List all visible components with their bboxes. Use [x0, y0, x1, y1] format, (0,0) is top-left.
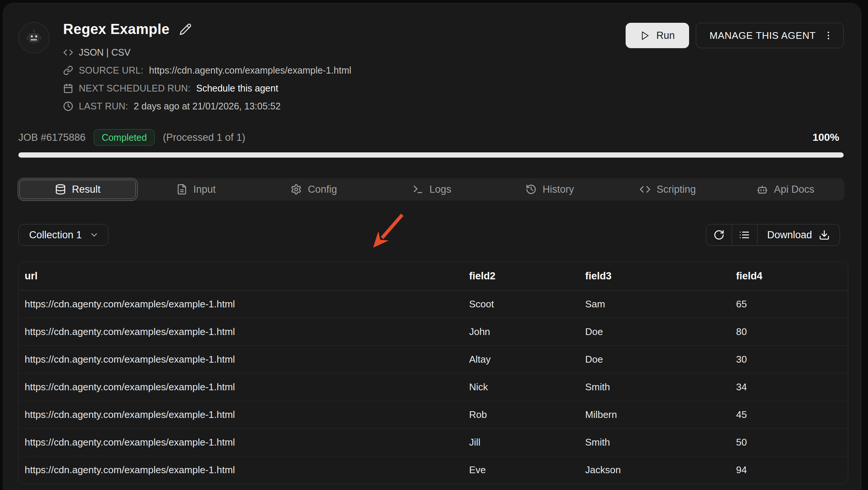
tab-label: Input [193, 184, 216, 195]
formats-row: JSON | CSV [63, 47, 626, 58]
collection-dropdown[interactable]: Collection 1 [18, 224, 108, 246]
table-cell: https://cdn.agenty.com/examples/example-… [19, 345, 463, 373]
table-cell: 34 [730, 373, 848, 401]
view-options-button[interactable] [732, 224, 757, 245]
column-header-field3: field3 [579, 262, 730, 290]
table-cell: https://cdn.agenty.com/examples/example-… [19, 290, 463, 318]
next-run-row: NEXT SCHEDULED RUN: Schedule this agent [63, 83, 626, 94]
link-icon [63, 65, 73, 75]
download-button[interactable]: Download [757, 224, 840, 245]
terminal-icon [412, 184, 424, 195]
last-run-label: LAST RUN: [79, 101, 128, 112]
page-background: { "header": { "title": "Regex Example", … [0, 0, 868, 490]
table-cell: Scoot [463, 290, 579, 318]
tab-config[interactable]: Config [256, 180, 372, 199]
play-icon [640, 31, 650, 41]
schedule-agent-link[interactable]: Schedule this agent [196, 83, 278, 94]
last-run-row: LAST RUN: 2 days ago at 21/01/2026, 13:0… [63, 100, 626, 112]
table-row: https://cdn.agenty.com/examples/example-… [19, 318, 848, 345]
table-cell: Smith [579, 373, 730, 401]
table-cell: https://cdn.agenty.com/examples/example-… [19, 456, 463, 484]
page-title: Regex Example [63, 21, 170, 37]
list-icon [739, 229, 750, 241]
table-cell: 94 [730, 456, 848, 484]
table-cell: Altay [463, 345, 579, 373]
table-cell: Doe [579, 318, 730, 345]
tab-bar: Result Input Config Logs History Scripti… [18, 178, 844, 201]
processed-count: (Processed 1 of 1) [163, 132, 245, 143]
manage-button-label: MANAGE THIS AGENT [710, 30, 816, 41]
tab-logs[interactable]: Logs [374, 180, 490, 199]
tab-input[interactable]: Input [138, 180, 254, 199]
column-header-url: url [19, 262, 463, 290]
history-icon [526, 184, 537, 195]
job-status-row: JOB #6175886 Completed (Processed 1 of 1… [18, 129, 839, 146]
status-badge: Completed [94, 129, 155, 146]
robot-avatar-icon [24, 28, 44, 47]
column-header-field4: field4 [730, 262, 848, 290]
agent-page-card: Regex Example JSON | CSV SOURCE URL: htt… [3, 3, 861, 490]
tab-history[interactable]: History [492, 180, 608, 199]
table-cell: 65 [730, 290, 848, 318]
table-cell: Jackson [579, 456, 730, 484]
source-url-label: SOURCE URL: [79, 65, 143, 76]
agent-avatar [18, 22, 50, 53]
table-cell: https://cdn.agenty.com/examples/example-… [19, 373, 463, 401]
run-button[interactable]: Run [626, 23, 689, 48]
edit-title-button[interactable] [179, 23, 192, 35]
table-row: https://cdn.agenty.com/examples/example-… [19, 401, 848, 428]
table-cell: 45 [730, 401, 848, 428]
table-actions-group: Download [706, 224, 840, 246]
tab-label: Result [72, 184, 101, 195]
pencil-icon [179, 23, 192, 35]
tab-label: Api Docs [774, 184, 814, 195]
tab-api-docs[interactable]: Api Docs [728, 180, 843, 199]
table-header-row: urlfield2field3field4 [19, 262, 848, 290]
download-label: Download [767, 229, 812, 241]
collection-label: Collection 1 [29, 229, 82, 241]
progress-percent: 100% [812, 131, 839, 143]
progress-fill [18, 152, 844, 158]
calendar-icon [63, 83, 73, 93]
next-run-label: NEXT SCHEDULED RUN: [79, 83, 190, 94]
table-cell: https://cdn.agenty.com/examples/example-… [19, 401, 463, 428]
progress-bar [18, 152, 844, 158]
job-id-label: JOB #6175886 [18, 132, 86, 143]
run-button-label: Run [656, 30, 675, 41]
table-cell: Milbern [579, 401, 730, 428]
tab-scripting[interactable]: Scripting [610, 180, 726, 199]
refresh-icon [713, 229, 725, 241]
code-icon [63, 47, 73, 58]
refresh-button[interactable] [706, 224, 732, 245]
table-cell: John [463, 318, 579, 345]
table-row: https://cdn.agenty.com/examples/example-… [19, 373, 848, 401]
chevron-down-icon [89, 230, 99, 240]
kebab-menu-icon [823, 30, 834, 41]
agent-header: Regex Example JSON | CSV SOURCE URL: htt… [18, 20, 844, 112]
last-run-value: 2 days ago at 21/01/2026, 13:05:52 [134, 101, 280, 112]
table-cell: Doe [579, 345, 730, 373]
table-cell: https://cdn.agenty.com/examples/example-… [19, 318, 463, 345]
table-cell: Eve [463, 456, 579, 484]
table-cell: 80 [730, 318, 848, 345]
table-cell: Rob [463, 401, 579, 428]
column-header-field2: field2 [463, 262, 579, 290]
clock-icon [63, 101, 73, 111]
source-url-row: SOURCE URL: https://cdn.agenty.com/examp… [63, 65, 626, 76]
tab-label: Scripting [657, 184, 696, 195]
tab-result[interactable]: Result [19, 180, 136, 199]
file-text-icon [176, 184, 187, 195]
database-icon [55, 184, 66, 195]
table-row: https://cdn.agenty.com/examples/example-… [19, 345, 848, 373]
table-cell: Sam [579, 290, 730, 318]
source-url-value: https://cdn.agenty.com/examples/example-… [149, 65, 351, 76]
manage-agent-button[interactable]: MANAGE THIS AGENT [696, 23, 844, 48]
results-table: urlfield2field3field4 https://cdn.agenty… [18, 262, 848, 484]
tab-label: Config [308, 184, 337, 195]
formats-label: JSON | CSV [79, 47, 130, 58]
table-cell: Nick [463, 373, 579, 401]
bot-icon [757, 184, 768, 195]
table-cell: 30 [730, 345, 848, 373]
gear-icon [291, 184, 302, 195]
table-cell: Smith [579, 428, 730, 456]
